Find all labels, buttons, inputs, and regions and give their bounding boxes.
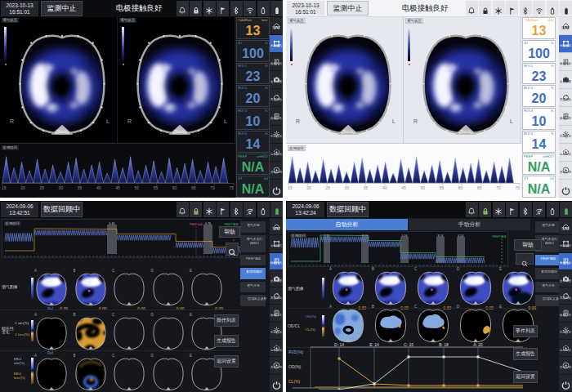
- svg-text:6.30: 6.30: [109, 222, 115, 225]
- svg-text:A: 20: A: 20: [473, 342, 483, 347]
- svg-text:D: 14: D: 14: [334, 342, 344, 347]
- svg-text:B: 18: B: 18: [439, 342, 449, 347]
- svg-text:PEEP滴定: PEEP滴定: [492, 234, 507, 238]
- svg-text:8.14: 8.14: [438, 234, 444, 238]
- svg-text:Back: Back: [57, 129, 68, 134]
- svg-text:C: 15: C: 15: [404, 342, 413, 347]
- svg-text:6.14: 6.14: [458, 234, 464, 238]
- svg-text:0.16: 0.16: [402, 234, 408, 238]
- svg-text:Back: Back: [461, 129, 471, 134]
- svg-text:Back: Back: [343, 129, 354, 134]
- svg-text:Back: Back: [175, 129, 185, 134]
- svg-text:0.76: 0.76: [205, 222, 211, 225]
- svg-text:PEEP增定: PEEP增定: [190, 223, 203, 226]
- svg-text:E: 14: E: 14: [369, 342, 379, 347]
